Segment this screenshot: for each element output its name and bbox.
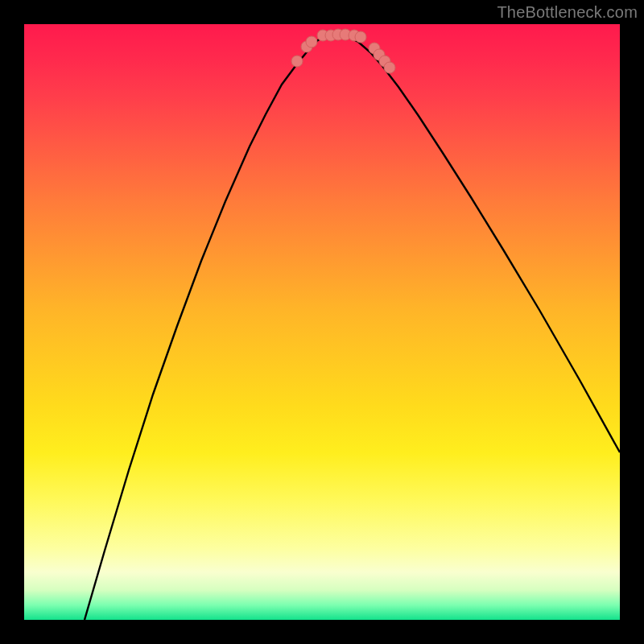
curve-markers-group [291,29,395,73]
chart-frame: TheBottleneck.com [0,0,644,644]
curve-marker [306,36,317,47]
watermark-text: TheBottleneck.com [497,3,638,22]
bottleneck-curve [85,35,620,620]
curve-marker [355,31,366,43]
curve-marker [384,62,395,73]
curve-layer [24,24,620,620]
curve-marker [291,56,303,67]
plot-area [24,24,620,620]
